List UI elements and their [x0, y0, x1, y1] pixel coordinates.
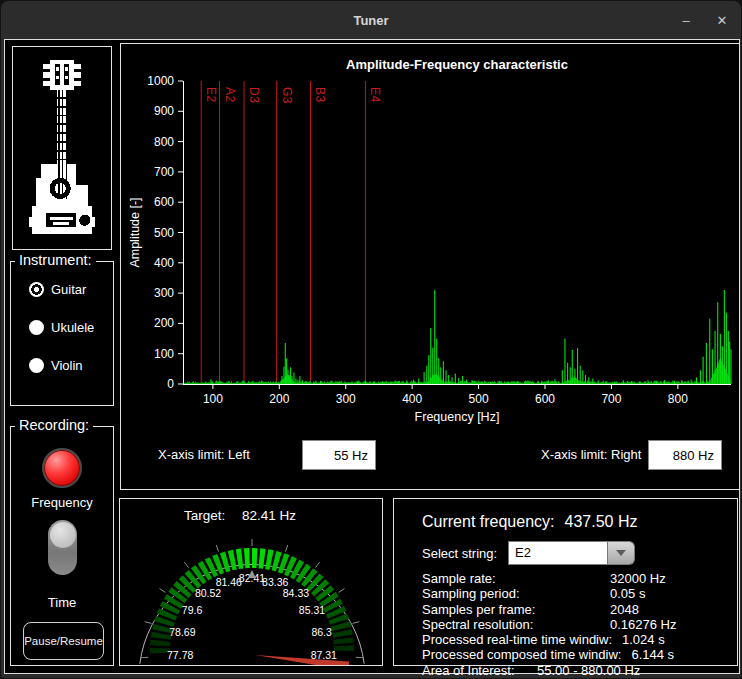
info-row: Area of Interest:55.00 - 880.00 Hz	[422, 663, 727, 678]
radio-label: Violin	[51, 358, 83, 373]
info-row: Processed composed time windiw:6.144 s	[422, 647, 727, 662]
info-row-value: 6.144 s	[631, 647, 674, 662]
svg-text:700: 700	[601, 392, 621, 406]
frequency-label: Frequency	[11, 495, 113, 510]
time-label: Time	[11, 595, 113, 610]
svg-text:200: 200	[154, 316, 174, 330]
string-marker-label: E4	[368, 87, 382, 103]
svg-text:Amplitude [-]: Amplitude [-]	[128, 197, 142, 267]
info-rows: Sample rate:32000 HzSampling period:0.05…	[422, 571, 727, 678]
string-marker-label: A2	[223, 87, 237, 103]
string-marker-label: D3	[247, 87, 261, 103]
title-bar: Tuner – ✕	[1, 1, 741, 39]
info-row-label: Sample rate:	[422, 571, 610, 586]
string-select[interactable]: E2	[508, 541, 635, 565]
svg-text:500: 500	[469, 392, 489, 406]
recording-legend: Recording:	[15, 417, 93, 433]
svg-text:600: 600	[154, 195, 174, 209]
info-row: Sampling period:0.05 s	[422, 586, 727, 601]
select-string-label: Select string:	[422, 546, 498, 561]
svg-text:300: 300	[154, 286, 174, 300]
info-row-value: 55.00 - 880.00 Hz	[537, 663, 640, 678]
svg-text:300: 300	[336, 392, 356, 406]
x-limit-right-input[interactable]	[648, 440, 722, 470]
svg-text:700: 700	[154, 165, 174, 179]
radio-option-violin[interactable]: Violin	[29, 358, 94, 373]
radio-label: Ukulele	[51, 320, 94, 335]
axis-limits-row: X-axis limit: Left X-axis limit: Right	[121, 440, 739, 472]
string-marker-label: G3	[280, 87, 294, 104]
info-row-value: 0.16276 Hz	[610, 617, 677, 632]
info-row-value: 1.024 s	[622, 632, 665, 647]
string-select-value[interactable]: E2	[508, 541, 608, 565]
gauge-scale-label: 80.52	[195, 587, 221, 599]
tuning-gauge-panel: Target: 82.41 Hz 77.7878.6979.680.5281.4…	[119, 498, 383, 666]
instrument-group: Instrument: GuitarUkuleleViolin	[10, 261, 114, 406]
string-select-arrow-button[interactable]	[608, 541, 635, 565]
x-limit-left-input[interactable]	[302, 440, 376, 470]
radio-option-guitar[interactable]: Guitar	[29, 282, 94, 297]
svg-text:100: 100	[154, 347, 174, 361]
spectrum-chart-panel: Amplitude-Frequency characteristic 01002…	[120, 43, 740, 490]
svg-text:900: 900	[154, 104, 174, 118]
guitar-image	[18, 53, 106, 243]
toggle-knob[interactable]	[50, 522, 76, 548]
instrument-legend: Instrument:	[15, 252, 96, 268]
pause-resume-button[interactable]: Pause/Resume	[23, 622, 104, 660]
info-row-value: 0.05 s	[610, 586, 645, 601]
record-led-button[interactable]	[42, 448, 82, 488]
radio-icon[interactable]	[29, 358, 44, 373]
info-row-label: Area of Interest:	[422, 663, 537, 678]
x-limit-right-label: X-axis limit: Right	[541, 447, 641, 462]
radio-icon[interactable]	[29, 282, 44, 297]
info-row-value: 2048	[610, 602, 639, 617]
instrument-options: GuitarUkuleleViolin	[29, 282, 94, 373]
string-marker-label: B3	[313, 87, 327, 103]
svg-text:200: 200	[269, 392, 289, 406]
gauge-scale-label: 84.33	[283, 587, 309, 599]
time-toggle-slider[interactable]	[48, 520, 77, 575]
gauge-scale-label: 77.78	[167, 649, 193, 661]
info-row-label: Samples per frame:	[422, 602, 610, 617]
main-content: Instrument: GuitarUkuleleViolin Recordin…	[4, 39, 740, 674]
instrument-image-panel	[12, 46, 112, 250]
svg-text:1000: 1000	[147, 74, 174, 88]
current-frequency-label: Current frequency:	[422, 513, 555, 530]
current-frequency-value: 437.50 Hz	[565, 513, 638, 530]
svg-text:500: 500	[154, 226, 174, 240]
minimize-icon[interactable]: –	[677, 13, 695, 28]
svg-text:400: 400	[402, 392, 422, 406]
info-row-value: 32000 Hz	[610, 571, 666, 586]
info-row-label: Processed composed time windiw:	[422, 647, 621, 662]
svg-text:100: 100	[203, 392, 223, 406]
window-title: Tuner	[353, 13, 388, 28]
svg-text:400: 400	[154, 256, 174, 270]
radio-icon[interactable]	[29, 320, 44, 335]
info-row: Samples per frame:2048	[422, 602, 727, 617]
info-row-label: Spectral resolution:	[422, 617, 610, 632]
svg-text:800: 800	[668, 392, 688, 406]
app-window: Tuner – ✕	[0, 0, 742, 679]
info-row: Sample rate:32000 Hz	[422, 571, 727, 586]
string-marker-label: E2	[204, 87, 218, 103]
info-row: Processed real-time time windiw:1.024 s	[422, 632, 727, 647]
svg-text:800: 800	[154, 135, 174, 149]
x-limit-left-label: X-axis limit: Left	[158, 447, 250, 462]
svg-text:600: 600	[535, 392, 555, 406]
info-row-label: Processed real-time time windiw:	[422, 632, 612, 647]
gauge-scale-label: 85.31	[299, 604, 325, 616]
recording-group: Recording: Frequency Time Pause/Resume	[10, 426, 114, 666]
gauge-scale-label: 79.6	[182, 604, 203, 616]
close-icon[interactable]: ✕	[713, 13, 731, 28]
info-panel: Current frequency:437.50 Hz Select strin…	[393, 498, 738, 666]
tuning-gauge: 77.7878.6979.680.5281.4682.4183.3684.338…	[120, 499, 382, 665]
chevron-down-icon	[616, 550, 626, 556]
gauge-scale-label: 86.3	[311, 626, 332, 638]
radio-label: Guitar	[51, 282, 86, 297]
gauge-scale-label: 78.69	[169, 626, 195, 638]
svg-text:0: 0	[167, 377, 174, 391]
info-row: Spectral resolution:0.16276 Hz	[422, 617, 727, 632]
info-row-label: Sampling period:	[422, 586, 610, 601]
svg-text:Frequency [Hz]: Frequency [Hz]	[415, 410, 500, 424]
radio-option-ukulele[interactable]: Ukulele	[29, 320, 94, 335]
